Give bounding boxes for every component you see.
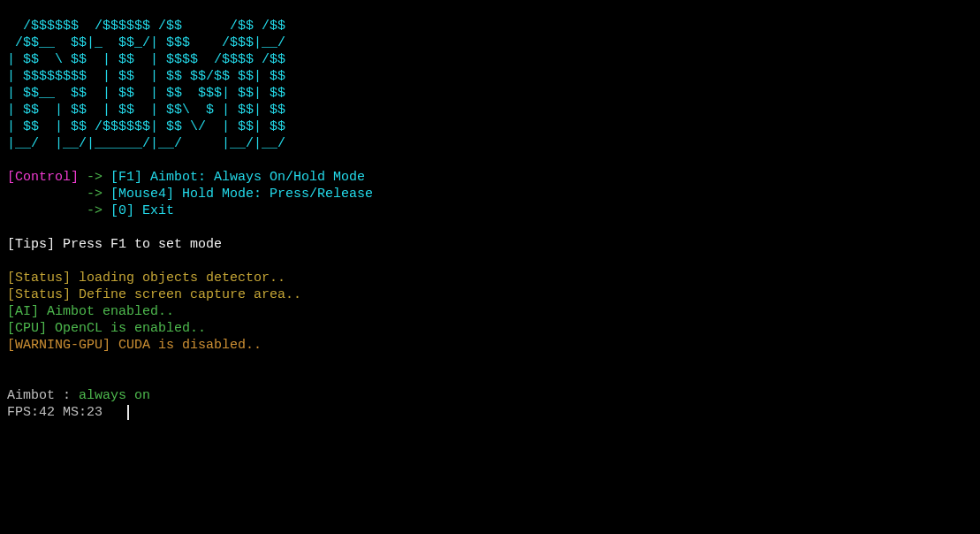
status-define: [Status] Define screen capture area.. xyxy=(7,287,301,302)
status-loading: [Status] loading objects detector.. xyxy=(7,271,285,286)
status-gpu-warning: [WARNING-GPU] CUDA is disabled.. xyxy=(7,338,262,353)
fps-counter: FPS:42 MS:23 xyxy=(7,405,126,420)
control-key-exit: [0] xyxy=(110,203,134,218)
arrow-icon: -> xyxy=(7,203,110,218)
control-desc: Aimbot: Always On/Hold Mode xyxy=(142,170,365,185)
status-cpu: [CPU] OpenCL is enabled.. xyxy=(7,321,206,336)
tips-line: [Tips] Press F1 to set mode xyxy=(7,237,222,252)
arrow-icon: -> xyxy=(79,170,110,185)
ascii-logo: /$$$$$$ /$$$$$$ /$$ /$$ /$$ /$$__ $$|_ $… xyxy=(7,19,285,151)
arrow-icon: -> xyxy=(7,187,110,202)
cursor-icon xyxy=(127,405,129,420)
aimbot-label: Aimbot : xyxy=(7,388,79,403)
control-desc: Exit xyxy=(134,203,174,218)
control-desc: Hold Mode: Press/Release xyxy=(174,187,373,202)
aimbot-value: always on xyxy=(79,388,150,403)
control-key-f1: [F1] xyxy=(110,170,142,185)
control-key-mouse4: [Mouse4] xyxy=(110,187,174,202)
status-ai: [AI] Aimbot enabled.. xyxy=(7,304,174,319)
control-header: [Control] xyxy=(7,170,79,185)
terminal-output: /$$$$$$ /$$$$$$ /$$ /$$ /$$ /$$__ $$|_ $… xyxy=(7,18,973,421)
